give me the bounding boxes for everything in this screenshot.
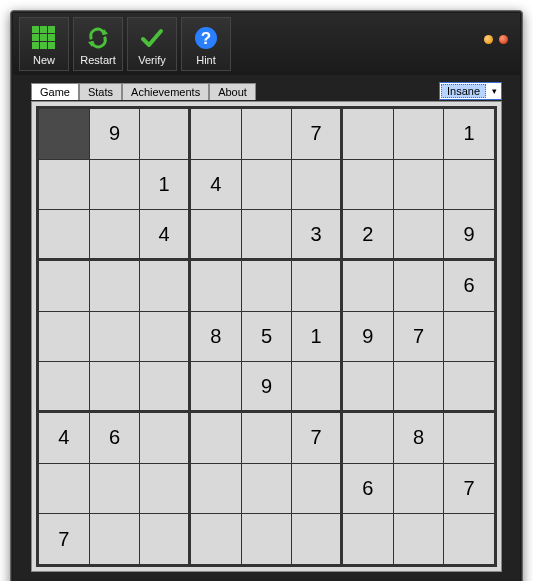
game-panel: 97114432968519794678677 — [31, 101, 502, 572]
sudoku-cell[interactable] — [394, 464, 444, 514]
tab-achievements[interactable]: Achievements — [122, 83, 209, 100]
sudoku-cell[interactable]: 4 — [39, 413, 89, 463]
sudoku-cell[interactable] — [90, 312, 140, 362]
tab-strip: Game Stats Achievements About — [31, 83, 256, 100]
sudoku-cell[interactable] — [90, 464, 140, 514]
sudoku-cell[interactable] — [140, 464, 190, 514]
sudoku-cell[interactable]: 9 — [90, 109, 140, 159]
sudoku-cell[interactable] — [39, 261, 89, 311]
sudoku-cell[interactable]: 2 — [343, 210, 393, 260]
sudoku-cell[interactable]: 3 — [292, 210, 342, 260]
sudoku-cell[interactable] — [394, 514, 444, 564]
grid-icon — [30, 24, 58, 52]
sudoku-cell[interactable] — [394, 160, 444, 210]
sudoku-cell[interactable] — [191, 413, 241, 463]
sudoku-cell[interactable] — [191, 261, 241, 311]
sudoku-cell[interactable] — [394, 210, 444, 260]
sudoku-cell[interactable] — [394, 109, 444, 159]
sudoku-cell[interactable] — [39, 109, 89, 159]
sudoku-cell[interactable]: 9 — [444, 210, 494, 260]
sudoku-cell[interactable]: 4 — [140, 210, 190, 260]
status-bar: 0 : 0 : 4 Used Hints: 0 Score: — [13, 576, 520, 581]
sudoku-cell[interactable] — [140, 413, 190, 463]
sudoku-cell[interactable] — [242, 210, 292, 260]
sudoku-cell[interactable]: 8 — [191, 312, 241, 362]
sudoku-cell[interactable]: 6 — [90, 413, 140, 463]
sudoku-cell[interactable] — [39, 312, 89, 362]
sudoku-cell[interactable] — [191, 514, 241, 564]
sudoku-cell[interactable] — [343, 109, 393, 159]
sudoku-cell[interactable] — [292, 160, 342, 210]
verify-button[interactable]: Verify — [127, 17, 177, 71]
sudoku-cell[interactable]: 4 — [191, 160, 241, 210]
sudoku-cell[interactable] — [292, 261, 342, 311]
tab-stats[interactable]: Stats — [79, 83, 122, 100]
sudoku-cell[interactable]: 1 — [444, 109, 494, 159]
sudoku-cell[interactable] — [140, 261, 190, 311]
sudoku-cell[interactable] — [90, 514, 140, 564]
sudoku-cell[interactable] — [39, 464, 89, 514]
sudoku-cell[interactable] — [394, 261, 444, 311]
sudoku-cell[interactable]: 7 — [444, 464, 494, 514]
new-button[interactable]: New — [19, 17, 69, 71]
sudoku-cell[interactable]: 7 — [292, 109, 342, 159]
sudoku-cell[interactable] — [242, 464, 292, 514]
tab-game[interactable]: Game — [31, 83, 79, 100]
minimize-icon[interactable] — [484, 35, 493, 44]
sudoku-cell[interactable]: 1 — [292, 312, 342, 362]
sudoku-cell[interactable]: 7 — [292, 413, 342, 463]
sudoku-cell[interactable] — [140, 362, 190, 412]
sudoku-cell[interactable]: 6 — [444, 261, 494, 311]
sudoku-cell[interactable] — [444, 160, 494, 210]
sudoku-cell[interactable] — [90, 362, 140, 412]
sudoku-cell[interactable] — [242, 109, 292, 159]
sudoku-cell[interactable] — [140, 109, 190, 159]
sudoku-cell[interactable] — [292, 464, 342, 514]
sudoku-cell[interactable]: 9 — [343, 312, 393, 362]
sudoku-cell[interactable] — [444, 362, 494, 412]
sudoku-cell[interactable] — [343, 514, 393, 564]
sudoku-cell[interactable] — [444, 312, 494, 362]
sudoku-cell[interactable] — [191, 464, 241, 514]
sudoku-cell[interactable] — [343, 362, 393, 412]
sudoku-cell[interactable] — [343, 160, 393, 210]
sudoku-cell[interactable] — [90, 261, 140, 311]
sudoku-cell[interactable] — [444, 514, 494, 564]
sudoku-cell[interactable] — [140, 312, 190, 362]
sudoku-cell[interactable] — [242, 514, 292, 564]
sudoku-cell[interactable] — [39, 362, 89, 412]
sudoku-board: 97114432968519794678677 — [36, 106, 497, 567]
sudoku-cell[interactable] — [90, 160, 140, 210]
sudoku-cell[interactable] — [39, 210, 89, 260]
sudoku-cell[interactable] — [394, 362, 444, 412]
sudoku-cell[interactable] — [343, 413, 393, 463]
sudoku-cell[interactable] — [343, 261, 393, 311]
restart-button[interactable]: Restart — [73, 17, 123, 71]
hint-button[interactable]: ? Hint — [181, 17, 231, 71]
sudoku-cell[interactable]: 6 — [343, 464, 393, 514]
restart-button-label: Restart — [80, 54, 115, 66]
sudoku-cell[interactable] — [140, 514, 190, 564]
sudoku-cell[interactable] — [39, 160, 89, 210]
sudoku-cell[interactable]: 1 — [140, 160, 190, 210]
close-icon[interactable] — [499, 35, 508, 44]
sudoku-cell[interactable] — [191, 109, 241, 159]
window-controls — [484, 35, 508, 44]
sudoku-cell[interactable] — [292, 514, 342, 564]
sudoku-cell[interactable] — [90, 210, 140, 260]
tab-about[interactable]: About — [209, 83, 256, 100]
sudoku-cell[interactable]: 7 — [39, 514, 89, 564]
hint-button-label: Hint — [196, 54, 216, 66]
sudoku-cell[interactable]: 5 — [242, 312, 292, 362]
sudoku-cell[interactable]: 7 — [394, 312, 444, 362]
sudoku-cell[interactable]: 9 — [242, 362, 292, 412]
sudoku-cell[interactable] — [292, 362, 342, 412]
sudoku-cell[interactable] — [242, 261, 292, 311]
sudoku-cell[interactable] — [191, 362, 241, 412]
sudoku-cell[interactable] — [242, 413, 292, 463]
sudoku-cell[interactable] — [191, 210, 241, 260]
sudoku-cell[interactable]: 8 — [394, 413, 444, 463]
difficulty-select[interactable]: Insane ▾ — [439, 82, 502, 100]
sudoku-cell[interactable] — [242, 160, 292, 210]
sudoku-cell[interactable] — [444, 413, 494, 463]
